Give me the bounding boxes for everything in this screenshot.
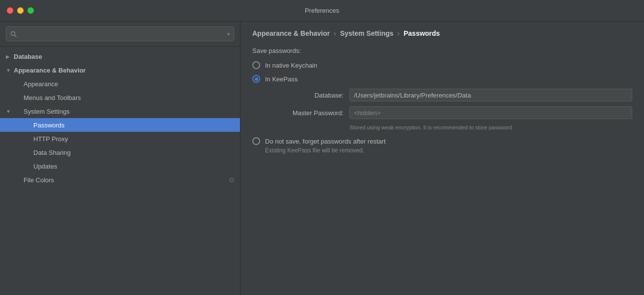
sidebar-item-label: Data Sharing [33,149,71,156]
breadcrumb-item-1: Appearance & Behavior [252,29,330,37]
titlebar: Preferences [0,0,644,22]
database-field-value[interactable]: /Users/jetbrains/Library/Preferences/Dat… [349,89,632,101]
sidebar-item-menus-toolbars[interactable]: Menus and Toolbars [0,91,240,104]
database-field-label: Database: [265,92,344,99]
master-password-label: Master Password: [265,109,344,117]
radio-native-keychain[interactable] [252,61,260,69]
database-field-row: Database: /Users/jetbrains/Library/Prefe… [265,89,632,101]
search-input[interactable] [20,30,224,38]
tree-arrow-appearance-behavior: ▼ [6,68,14,73]
sidebar-item-label: Appearance & Behavior [14,67,86,74]
content-panel: Appearance & Behavior › System Settings … [241,22,644,295]
sidebar-item-label: Menus and Toolbars [24,94,81,101]
keepass-subsection: Database: /Users/jetbrains/Library/Prefe… [265,89,632,131]
window-title: Preferences [305,7,339,14]
sidebar-item-label: Appearance [24,80,58,88]
sidebar-item-label: HTTP Proxy [33,135,68,143]
database-value-text: /Users/jetbrains/Library/Preferences/Dat… [354,92,471,99]
master-password-field-row: Master Password: <hidden> [265,106,632,119]
radio-label-keepass: In KeePass [265,75,298,83]
search-dropdown-icon[interactable]: ▾ [227,31,230,37]
window-controls [7,7,34,14]
breadcrumb-item-2: System Settings [340,29,394,37]
sidebar-item-database[interactable]: ▶ Database [0,49,240,63]
radio-label-do-not-save: Do not save, forget passwords after rest… [265,138,386,145]
search-input-wrap[interactable]: ▾ [6,26,234,41]
sidebar-item-updates[interactable]: Updates [0,159,240,173]
sidebar: ▾ ▶ Database ▼ Appearance & Behavior App… [0,22,241,295]
search-bar: ▾ [0,22,240,47]
sidebar-item-label: System Settings [24,108,70,115]
sidebar-item-appearance[interactable]: Appearance [0,77,240,91]
sidebar-item-label: Updates [33,163,57,170]
radio-do-not-save[interactable] [252,137,260,145]
sidebar-item-label: File Colors [24,176,54,184]
search-icon [10,31,17,37]
tree-arrow-system-settings: ▼ [6,109,14,114]
save-passwords-label: Save passwords: [252,47,632,54]
sidebar-tree: ▶ Database ▼ Appearance & Behavior Appea… [0,47,240,295]
copy-icon: ⧉ [229,176,234,184]
radio-keepass[interactable] [252,75,260,83]
breadcrumb-sep-2: › [398,29,400,37]
sidebar-item-label: Database [14,53,42,60]
existing-note: Existing KeePass file will be removed. [265,147,632,154]
master-password-placeholder: <hidden> [354,109,380,117]
close-button[interactable] [7,7,13,14]
sidebar-item-data-sharing[interactable]: Data Sharing [0,146,240,159]
sidebar-item-label: Passwords [33,122,65,129]
radio-option-do-not-save[interactable]: Do not save, forget passwords after rest… [252,137,632,145]
radio-label-native-keychain: In native Keychain [265,62,317,69]
sidebar-item-appearance-behavior[interactable]: ▼ Appearance & Behavior [0,63,240,77]
sidebar-item-system-settings[interactable]: ▼ System Settings [0,104,240,118]
sidebar-item-passwords[interactable]: Passwords [0,118,240,132]
breadcrumb-sep-1: › [334,29,336,37]
master-password-input[interactable]: <hidden> [349,106,632,119]
radio-option-keepass[interactable]: In KeePass [252,75,632,83]
sidebar-item-http-proxy[interactable]: HTTP Proxy [0,132,240,146]
warning-text: Stored using weak encryption. It is reco… [349,124,632,131]
svg-line-1 [15,35,17,37]
breadcrumb: Appearance & Behavior › System Settings … [241,22,644,42]
main-layout: ▾ ▶ Database ▼ Appearance & Behavior App… [0,22,644,295]
tree-arrow-database: ▶ [6,54,14,59]
breadcrumb-item-3: Passwords [403,29,440,37]
sidebar-item-file-colors[interactable]: File Colors ⧉ [0,173,240,187]
maximize-button[interactable] [27,7,34,14]
settings-content: Save passwords: In native Keychain In Ke… [241,42,644,295]
minimize-button[interactable] [17,7,24,14]
radio-option-native-keychain[interactable]: In native Keychain [252,61,632,69]
